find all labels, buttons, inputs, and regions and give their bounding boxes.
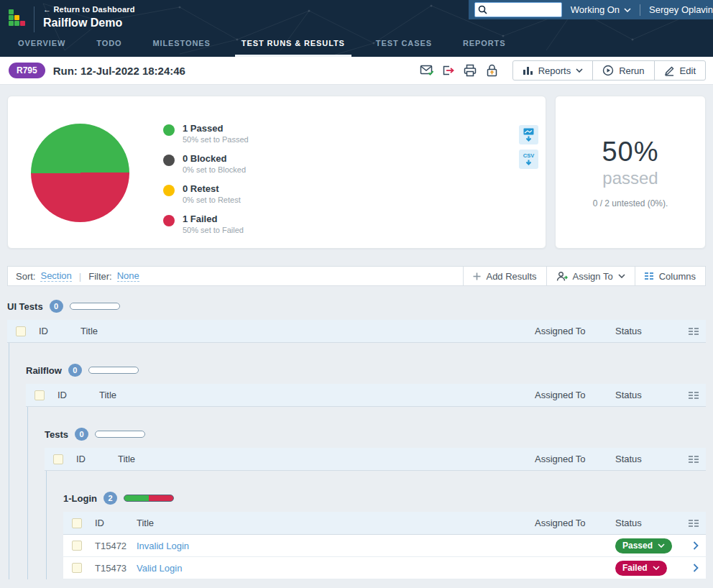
tab-todo[interactable]: TODO <box>94 39 124 57</box>
top-utility-bar: Working On Sergey Oplavin <box>469 0 713 19</box>
sort-label: Sort: <box>16 271 35 282</box>
test-id: T15472 <box>95 541 137 551</box>
pass-percent: 50% <box>602 137 658 167</box>
chevron-down-icon <box>618 274 625 278</box>
col-status-header: Status <box>615 518 680 528</box>
search-box[interactable] <box>474 2 562 17</box>
legend-dot-passed <box>163 124 175 136</box>
chevron-down-icon <box>624 8 631 12</box>
open-test-chevron[interactable] <box>693 564 699 572</box>
lock-icon[interactable] <box>484 62 501 79</box>
col-status-header: Status <box>615 326 680 336</box>
chevron-down-icon <box>653 566 660 570</box>
col-id-header: ID <box>39 326 80 336</box>
col-title-header: Title <box>80 326 535 336</box>
bar-chart-icon <box>523 65 533 75</box>
tab-test-cases[interactable]: TEST CASES <box>374 39 434 57</box>
col-id-header: ID <box>58 390 99 400</box>
brand-area: ← Return to Dashboard Railflow Demo <box>9 5 135 32</box>
legend-item-passed: 1 Passed 50% set to Passed <box>163 123 249 144</box>
test-title-link[interactable]: Invalid Login <box>137 541 189 551</box>
legend-item-retest: 0 Retest 0% set to Retest <box>163 183 249 204</box>
column-config-icon[interactable] <box>689 455 699 464</box>
test-sections: UI Tests 0 ID Title Assigned To Status R… <box>7 299 706 579</box>
test-id: T15473 <box>95 563 137 574</box>
play-circle-icon <box>602 65 614 76</box>
section-header: Tests 0 <box>45 427 706 441</box>
export-run-icon[interactable] <box>441 62 458 79</box>
app-header: Working On Sergey Oplavin ← Return to Da… <box>0 0 713 57</box>
results-pie-chart <box>31 124 129 222</box>
section-ui-tests: UI Tests 0 ID Title Assigned To Status R… <box>7 299 706 579</box>
download-csv-button[interactable]: CSV <box>519 150 538 169</box>
download-image-button[interactable] <box>519 125 538 144</box>
select-all-checkbox[interactable] <box>34 390 45 400</box>
project-title: Railflow Demo <box>43 17 135 29</box>
results-chart-card: 1 Passed 50% set to Passed 0 Blocked 0% … <box>7 96 546 249</box>
select-all-checkbox[interactable] <box>53 454 63 464</box>
col-id-header: ID <box>95 518 137 528</box>
sort-value-link[interactable]: Section <box>40 270 71 282</box>
section-count-badge: 0 <box>68 364 82 377</box>
reports-button[interactable]: Reports <box>513 61 593 80</box>
select-all-checkbox[interactable] <box>72 518 82 528</box>
chevron-down-icon <box>576 68 583 73</box>
section-progress-bar <box>124 495 174 502</box>
columns-icon <box>645 272 654 280</box>
return-dashboard-link[interactable]: ← Return to Dashboard <box>43 5 135 14</box>
col-title-header: Title <box>137 518 535 528</box>
status-dropdown[interactable]: Passed <box>615 538 672 553</box>
section-name: Tests <box>45 429 68 440</box>
section-progress-bar <box>88 367 139 374</box>
assign-to-button[interactable]: Assign To <box>546 267 635 285</box>
search-input[interactable] <box>489 5 558 15</box>
chevron-down-icon <box>658 543 665 548</box>
edit-button[interactable]: Edit <box>654 61 705 80</box>
col-assigned-header: Assigned To <box>535 518 615 528</box>
filter-value-link[interactable]: None <box>117 270 139 282</box>
tab-overview[interactable]: OVERVIEW <box>16 39 68 57</box>
test-title-link[interactable]: Valid Login <box>137 563 182 574</box>
column-config-icon[interactable] <box>689 519 699 528</box>
testrail-logo[interactable] <box>9 9 25 26</box>
divider <box>34 6 34 32</box>
section-header: Railflow 0 <box>26 363 706 377</box>
rerun-button[interactable]: Rerun <box>592 61 653 80</box>
print-icon[interactable] <box>462 62 479 79</box>
results-toolbar: Sort: Section | Filter: None Add Results… <box>7 266 706 286</box>
col-title-header: Title <box>118 454 535 464</box>
status-dropdown[interactable]: Failed <box>615 561 667 576</box>
untested-note: 0 / 2 untested (0%). <box>593 198 668 208</box>
section-railflow: Railflow 0 ID Title Assigned To Status <box>26 363 706 579</box>
pass-summary-card: 50% passed 0 / 2 untested (0%). <box>555 96 706 249</box>
email-notify-icon[interactable] <box>419 62 436 79</box>
add-results-button[interactable]: Add Results <box>463 267 546 285</box>
search-icon <box>478 5 487 14</box>
select-all-checkbox[interactable] <box>16 326 26 336</box>
tab-reports[interactable]: REPORTS <box>461 39 507 57</box>
section-count-badge: 0 <box>50 300 63 313</box>
row-checkbox[interactable] <box>72 541 82 551</box>
chart-legend: 1 Passed 50% set to Passed 0 Blocked 0% … <box>163 123 249 244</box>
table-header: ID Title Assigned To Status <box>63 512 706 535</box>
columns-button[interactable]: Columns <box>635 267 705 285</box>
user-menu[interactable]: Sergey Oplavin <box>649 4 713 15</box>
pencil-icon <box>664 65 675 76</box>
run-id-badge: R795 <box>9 63 45 78</box>
table-header: ID Title Assigned To Status <box>45 448 706 471</box>
open-test-chevron[interactable] <box>693 541 699 550</box>
legend-dot-retest <box>163 185 175 196</box>
working-on-dropdown[interactable]: Working On <box>571 4 631 15</box>
section-progress-bar <box>70 303 120 310</box>
tab-test-runs-results[interactable]: TEST RUNS & RESULTS <box>239 39 347 57</box>
column-config-icon[interactable] <box>689 327 699 336</box>
filter-label: Filter: <box>88 271 112 282</box>
tab-milestones[interactable]: MILESTONES <box>150 39 212 57</box>
row-checkbox[interactable] <box>72 563 82 573</box>
legend-item-blocked: 0 Blocked 0% set to Blocked <box>163 153 249 174</box>
column-config-icon[interactable] <box>689 391 699 400</box>
test-row: T15473 Valid Login Failed <box>63 557 706 579</box>
sort-filter-bar: Sort: Section | Filter: None <box>8 267 463 285</box>
col-assigned-header: Assigned To <box>535 326 615 336</box>
section-header: 1-Login 2 <box>63 491 706 505</box>
